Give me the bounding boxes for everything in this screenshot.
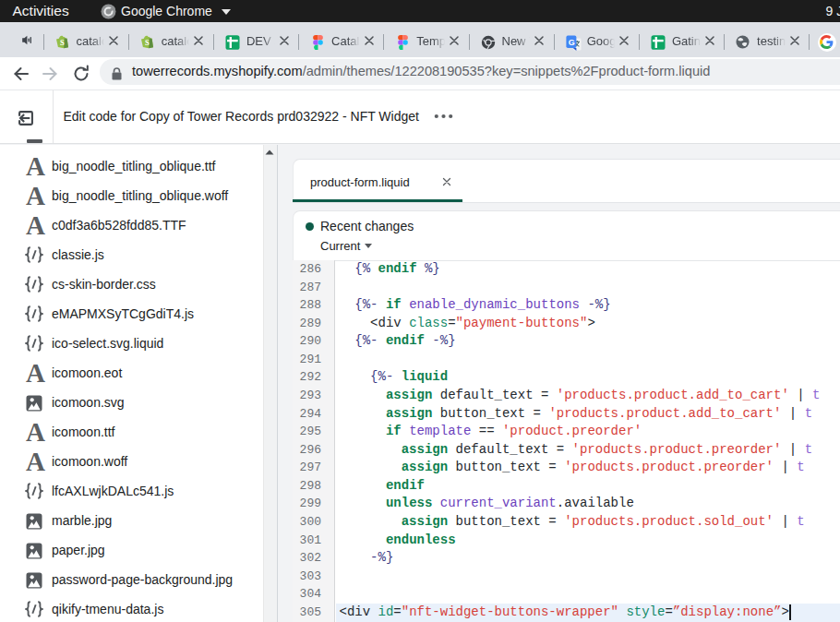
svg-text:S: S — [145, 38, 150, 47]
svg-text:S: S — [60, 38, 65, 47]
svg-text:G: G — [568, 37, 574, 46]
